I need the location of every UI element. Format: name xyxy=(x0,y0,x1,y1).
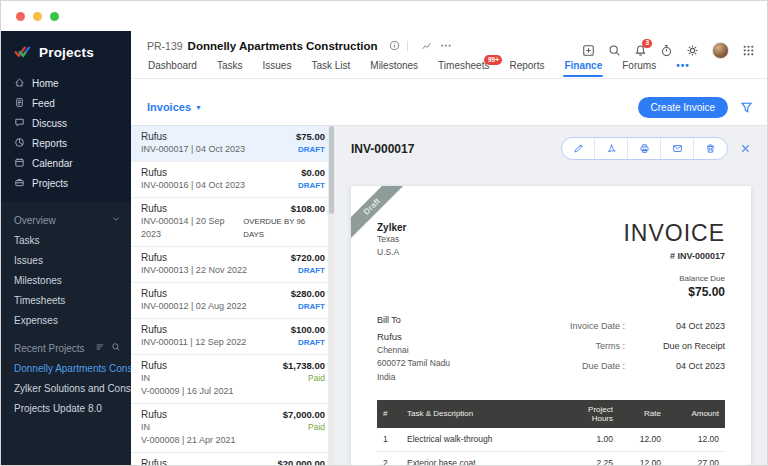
table-cell: 12.00 xyxy=(619,451,667,466)
projects-logo-icon xyxy=(13,44,32,61)
timer-icon[interactable] xyxy=(660,44,673,57)
invoice-client: Rufus xyxy=(141,457,167,466)
edit-button[interactable] xyxy=(562,138,595,159)
invoice-amount: $1,738.00 xyxy=(283,359,325,372)
notifications-bell-icon[interactable]: 3 xyxy=(634,44,647,57)
home-icon xyxy=(14,77,25,90)
project-more-icon[interactable]: ⋯ xyxy=(441,39,453,52)
search-icon[interactable] xyxy=(608,44,621,57)
sidebar-item-tasks[interactable]: Tasks xyxy=(1,230,131,250)
invoice-list-item[interactable]: Rufus$0.00INV-000016 | 04 Oct 2023DRAFT xyxy=(131,162,335,198)
tab-timesheets[interactable]: Timesheets99+ xyxy=(437,56,490,77)
invoice-row-line: Rufus$1,738.00 xyxy=(141,359,325,372)
invoice-list-item[interactable]: Rufus$75.00INV-000017 | 04 Oct 2023DRAFT xyxy=(131,126,335,162)
global-actions: 3 xyxy=(582,42,755,59)
sidebar-item-milestones[interactable]: Milestones xyxy=(1,270,131,290)
tab-finance[interactable]: Finance xyxy=(563,56,603,77)
user-avatar[interactable] xyxy=(712,42,729,59)
table-cell: 1.00 xyxy=(573,428,619,452)
invoice-client: Rufus xyxy=(141,287,167,300)
search-projects-icon[interactable] xyxy=(111,342,121,354)
invoices-view-selector[interactable]: Invoices ▼ xyxy=(147,89,202,125)
delete-button[interactable] xyxy=(694,138,727,159)
invoice-list-item[interactable]: Rufus$100.00INV-000011 | 12 Sep 2022DRAF… xyxy=(131,319,335,355)
calendar-icon xyxy=(14,157,25,170)
sidebar-item-issues[interactable]: Issues xyxy=(1,250,131,270)
table-header-cell: Task & Description xyxy=(401,400,573,428)
sidebar-item-feed[interactable]: Feed xyxy=(1,93,131,113)
overview-label: Overview xyxy=(14,215,56,226)
sidebar-item-calendar[interactable]: Calendar xyxy=(1,153,131,173)
table-cell: 27.00 xyxy=(667,451,725,466)
sidebar-item-discuss[interactable]: Discuss xyxy=(1,113,131,133)
table-cell: 1 xyxy=(377,428,401,452)
invoice-number-date: INV-000012 | 02 Aug 2022 xyxy=(141,300,246,313)
invoice-status: DRAFT xyxy=(298,300,325,313)
filter-funnel-icon[interactable] xyxy=(740,101,753,114)
sidebar-primary-section: Projects HomeFeedDiscussReportsCalendarP… xyxy=(1,31,131,202)
window-minimize-button[interactable] xyxy=(33,12,42,21)
invoice-meta-value: Due on Receipt xyxy=(641,341,725,351)
sidebar-item-timesheets[interactable]: Timesheets xyxy=(1,290,131,310)
app-logo[interactable]: Projects xyxy=(1,31,131,73)
tab-milestones[interactable]: Milestones xyxy=(369,56,419,77)
invoice-status: Paid xyxy=(308,372,325,385)
tab-forums[interactable]: Forums xyxy=(621,56,657,77)
table-row: 2Exterior base coat2.2512.0027.00 xyxy=(377,451,725,466)
invoice-list-item[interactable]: Rufus$280.00INV-000012 | 02 Aug 2022DRAF… xyxy=(131,283,335,319)
tab-dashboard[interactable]: Dashboard xyxy=(147,56,198,77)
recent-project-item[interactable]: Donnelly Apartments Cons xyxy=(1,358,131,378)
window-close-button[interactable] xyxy=(16,12,25,21)
tab-tasks[interactable]: Tasks xyxy=(216,56,244,77)
info-icon[interactable] xyxy=(389,40,400,51)
invoice-status: DRAFT xyxy=(298,179,325,192)
list-scrollbar[interactable] xyxy=(328,126,335,466)
sort-icon[interactable] xyxy=(95,342,105,354)
print-icon xyxy=(639,143,650,154)
sidebar-item-label: Reports xyxy=(32,138,67,149)
view-selector-label: Invoices xyxy=(147,101,191,113)
settings-gear-icon[interactable] xyxy=(686,44,699,57)
email-button[interactable] xyxy=(661,138,694,159)
invoice-list-item[interactable]: Rufus$1,738.00INPaidV-000009 | 16 Jul 20… xyxy=(131,355,335,404)
tab-task-list[interactable]: Task List xyxy=(310,56,351,77)
sidebar-item-projects[interactable]: Projects xyxy=(1,173,131,193)
close-icon[interactable] xyxy=(740,143,751,154)
apps-grid-icon[interactable] xyxy=(742,44,755,57)
pdf-button[interactable] xyxy=(595,138,628,159)
tab--[interactable]: ••• xyxy=(675,56,691,77)
overview-items: TasksIssuesMilestonesTimesheetsExpenses xyxy=(1,230,131,330)
activity-chart-icon[interactable] xyxy=(421,40,432,51)
create-invoice-button[interactable]: Create Invoice xyxy=(638,97,728,118)
recent-project-item[interactable]: Zylker Solutions and Constr xyxy=(1,378,131,398)
bill-to-label: Bill To xyxy=(377,315,450,325)
invoice-row-line: INV-000012 | 02 Aug 2022DRAFT xyxy=(141,300,325,313)
invoice-number-date: V-000009 | 16 Jul 2021 xyxy=(141,385,233,398)
sidebar-item-home[interactable]: Home xyxy=(1,73,131,93)
quick-add-icon[interactable] xyxy=(582,44,595,57)
email-icon xyxy=(672,143,683,154)
bill-to-address-line: India xyxy=(377,371,450,384)
dropdown-caret-icon: ▼ xyxy=(195,104,202,111)
invoice-row-line: Rufus$720.00 xyxy=(141,251,325,264)
invoice-list-item[interactable]: Rufus$20,000.00INPaidV-000007 | 21 Apr 2… xyxy=(131,453,335,466)
table-cell: 12.00 xyxy=(619,428,667,452)
invoice-detail-header: INV-000017 xyxy=(335,126,767,160)
invoice-list-item[interactable]: Rufus$108.00INV-000014 | 20 Sep 2023OVER… xyxy=(131,198,335,247)
print-button[interactable] xyxy=(628,138,661,159)
recent-project-item[interactable]: Projects Update 8.0 xyxy=(1,398,131,418)
invoice-status: DRAFT xyxy=(298,143,325,156)
sidebar-overview-header[interactable]: Overview xyxy=(1,210,131,230)
chevron-down-icon xyxy=(111,214,121,226)
list-scrollbar-thumb[interactable] xyxy=(329,126,334,214)
invoice-list-item[interactable]: Rufus$720.00INV-000013 | 22 Nov 2022DRAF… xyxy=(131,247,335,283)
tab-issues[interactable]: Issues xyxy=(261,56,292,77)
window-zoom-button[interactable] xyxy=(50,12,59,21)
invoice-meta: Invoice Date :04 Oct 2023Terms :Due on R… xyxy=(570,321,725,384)
invoice-list-item[interactable]: Rufus$7,000.00INPaidV-000008 | 21 Apr 20… xyxy=(131,404,335,453)
sidebar-item-expenses[interactable]: Expenses xyxy=(1,310,131,330)
document-number: # INV-000017 xyxy=(623,251,725,261)
tab-reports[interactable]: Reports xyxy=(508,56,545,77)
invoice-status: OVERDUE BY 96 DAYS xyxy=(243,215,325,241)
sidebar-item-reports[interactable]: Reports xyxy=(1,133,131,153)
